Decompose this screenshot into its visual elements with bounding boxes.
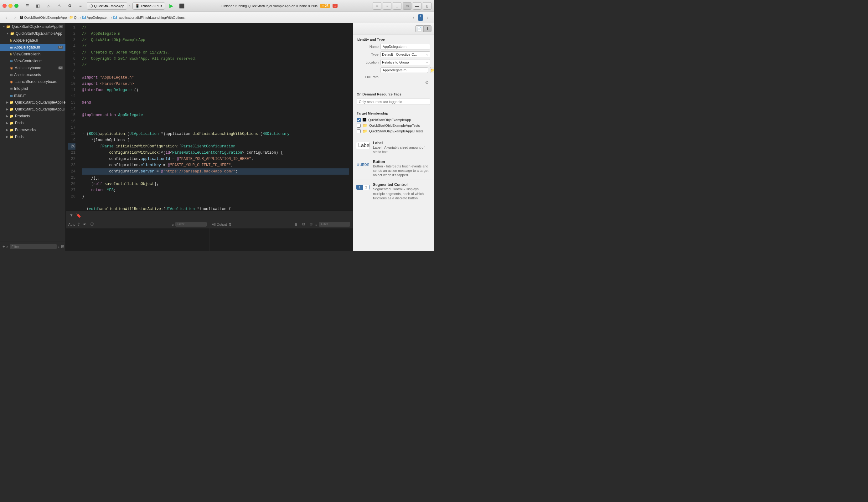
breadcrumb-folder-name: Q... — [74, 15, 80, 19]
collapse-button[interactable]: ▼ — [68, 212, 74, 218]
breadcrumb-item-file[interactable]: M AppDelegate.m — [82, 15, 110, 19]
breadcrumb-item-app[interactable]: 🅰 QuickStartObjcExampleApp — [20, 15, 67, 19]
stop-button[interactable]: ⬛ — [177, 2, 186, 10]
sidebar-toggle-button[interactable]: ☰ — [23, 2, 32, 10]
breadcrumb-app-name: QuickStartObjcExampleApp — [24, 15, 67, 19]
sidebar-item-assets[interactable]: ⊞ Assets.xcassets — [0, 71, 65, 78]
code-editor[interactable]: 1 2 3 4 5 6 7 8 9 10 11 12 13 14 15 16 1… — [66, 23, 353, 210]
breadcrumb-item-folder[interactable]: 📁 Q... — [69, 15, 80, 19]
close-button[interactable] — [2, 4, 7, 8]
code-line-18: - (BOOL)application:(UIApplication *)app… — [82, 131, 349, 137]
code-line-10: #import <Parse/Parse.h> — [82, 81, 349, 87]
related-files-badge[interactable]: 1 — [418, 14, 423, 21]
filter-recent-button[interactable]: ↓ — [58, 243, 60, 250]
navigate-back-button[interactable]: ‹ — [2, 14, 10, 21]
target-icon-0: 🅰 — [363, 118, 366, 122]
filter-options-button[interactable]: ⊞ — [61, 243, 64, 250]
navigator-filter-button[interactable]: ⌕ — [44, 2, 53, 10]
sidebar-label-frameworks: Frameworks — [15, 128, 36, 132]
target-checkbox-2[interactable] — [356, 129, 361, 133]
environment-button[interactable]: ♻ — [65, 2, 74, 10]
disclosure-icon-ui-tests: ▶ — [6, 108, 9, 111]
sidebar-item-launchscreen[interactable]: ◉ LaunchScreen.storyboard — [0, 78, 65, 85]
sidebar-item-appdelegate-h[interactable]: h AppDelegate.h — [0, 37, 65, 44]
inspector-name-input[interactable] — [381, 44, 430, 50]
m-file-icon-sidebar: m — [10, 45, 13, 49]
debug-split2-button[interactable]: ⊞ — [308, 222, 314, 227]
inspector-type-select[interactable]: Default - Objective-C... ⌄ — [381, 51, 430, 57]
sidebar-item-frameworks[interactable]: ▶ 📁 Frameworks — [0, 126, 65, 133]
breadcrumb-item-method[interactable]: M -application:didFinishLaunchingWithOpt… — [113, 15, 185, 19]
disclosure-icon-group: ▼ — [6, 32, 9, 35]
inspector-location-value: Relative to Group — [382, 60, 409, 64]
back-in-file-button[interactable]: ‹ — [410, 14, 417, 21]
inspector-browse-button[interactable]: 📁 — [430, 67, 434, 73]
sidebar-item-appdelegate-m[interactable]: m AppDelegate.m M — [0, 44, 65, 51]
sidebar-item-viewcontroller-m[interactable]: m ViewController.m — [0, 57, 65, 64]
debug-left-filter[interactable] — [175, 222, 207, 227]
sidebar-label-info-plist: Info.plist — [14, 86, 28, 91]
breakpoints-button[interactable]: ◧ — [33, 2, 42, 10]
sidebar-item-main-storyboard[interactable]: ◉ Main.storyboard M — [0, 64, 65, 71]
line-num-18: 18 — [68, 131, 75, 137]
sidebar-item-ui-tests[interactable]: ▶ 📁 QuickStartObjcExampleAppUITests — [0, 106, 65, 113]
sidebar-item-pods[interactable]: ▶ 📁 Pods — [0, 119, 65, 126]
run-button[interactable]: ▶ — [167, 2, 176, 10]
sidebar-item-group[interactable]: ▼ 📁 QuickStartObjcExampleApp — [0, 30, 65, 37]
sidebar-item-tests[interactable]: ▶ 📁 QuickStartObjcExampleAppTests — [0, 99, 65, 106]
m-file-icon-2: m — [10, 59, 13, 63]
sidebar-item-viewcontroller-h[interactable]: h ViewController.h — [0, 51, 65, 57]
sidebar-item-pods2[interactable]: ▶ 📁 Pods — [0, 133, 65, 140]
debug-view-button[interactable]: ▯ — [423, 2, 432, 10]
sidebar-item-main-m[interactable]: m main.m — [0, 92, 65, 99]
debug-right-filter[interactable] — [319, 222, 350, 227]
h-file-icon: h — [10, 39, 12, 42]
code-line-23: configuration.server = @"https://parseap… — [82, 168, 349, 175]
warning-button[interactable]: ⚠ — [55, 2, 64, 10]
debug-split-button[interactable]: ⊟ — [300, 222, 307, 227]
debug-right-filter-area: ⌕ — [315, 222, 350, 227]
code-line-27: } — [82, 194, 349, 200]
sidebar-item-info-plist[interactable]: ≣ Info.plist — [0, 85, 65, 92]
target-checkbox-0[interactable] — [356, 118, 361, 122]
sidebar-item-root[interactable]: ▼ 📂 QuickStartObjcExampleApp M — [0, 23, 65, 30]
standard-view-button[interactable]: ▭ — [403, 2, 412, 10]
library-button-icon: Button — [356, 160, 370, 169]
sidebar-filter-input[interactable] — [10, 244, 57, 249]
inspector-resource-tags-input[interactable] — [356, 98, 430, 105]
debug-trash-button[interactable]: 🗑 — [293, 222, 299, 227]
target-checkbox-1[interactable] — [356, 124, 361, 128]
debug-info-button[interactable]: ⓘ — [89, 222, 95, 227]
appdelegate-m-badge: M — [58, 46, 63, 49]
inspector-file-tab[interactable]: 📄 — [415, 25, 423, 32]
debug-eye-button[interactable]: 👁 — [82, 222, 88, 227]
inspector-resource-tags-title: On Demand Resource Tags — [356, 92, 430, 96]
errors-badge[interactable]: 1 — [332, 4, 338, 8]
code-line-13: @end — [82, 100, 349, 106]
maximize-button[interactable] — [14, 4, 19, 8]
code-content[interactable]: // // AppDelegate.m // QuickStartObjcExa… — [78, 23, 353, 210]
warnings-badge[interactable]: ⚠ 25 — [320, 4, 330, 8]
inspector-gear-button[interactable]: ⚙ — [423, 79, 430, 86]
forward-in-file-button[interactable]: › — [424, 14, 432, 21]
target-icon-1: 📁 — [363, 123, 367, 128]
sidebar-item-products[interactable]: ▶ 📁 Products — [0, 113, 65, 119]
scheme-selector[interactable]: ⬡ QuickSta...mpleApp — [87, 2, 127, 10]
inspector-filename-input[interactable] — [381, 67, 428, 73]
navigate-forward-button[interactable]: › — [11, 14, 19, 21]
inspector-identity-tab[interactable]: ℹ — [423, 25, 432, 32]
compare-view-button[interactable]: ↔ — [383, 2, 391, 10]
assistant-button[interactable]: ⊡ — [393, 2, 401, 10]
minimize-button[interactable] — [9, 4, 12, 8]
line-num-16: 16 — [68, 118, 75, 125]
code-line-11: @interface AppDelegate () — [82, 87, 349, 93]
lines-view-button[interactable]: ≡ — [373, 2, 381, 10]
code-line-14 — [82, 106, 349, 112]
library-segment-name: Segmented Control — [373, 182, 431, 187]
device-selector[interactable]: 📱 iPhone 8 Plus — [133, 2, 165, 10]
format-button[interactable]: ≡ — [76, 2, 85, 10]
add-file-button[interactable]: + — [2, 243, 5, 250]
inspector-location-select[interactable]: Relative to Group ⌄ — [381, 59, 430, 65]
canvas-button[interactable]: ▬ — [413, 2, 422, 10]
library-button-name: Button — [373, 160, 431, 164]
